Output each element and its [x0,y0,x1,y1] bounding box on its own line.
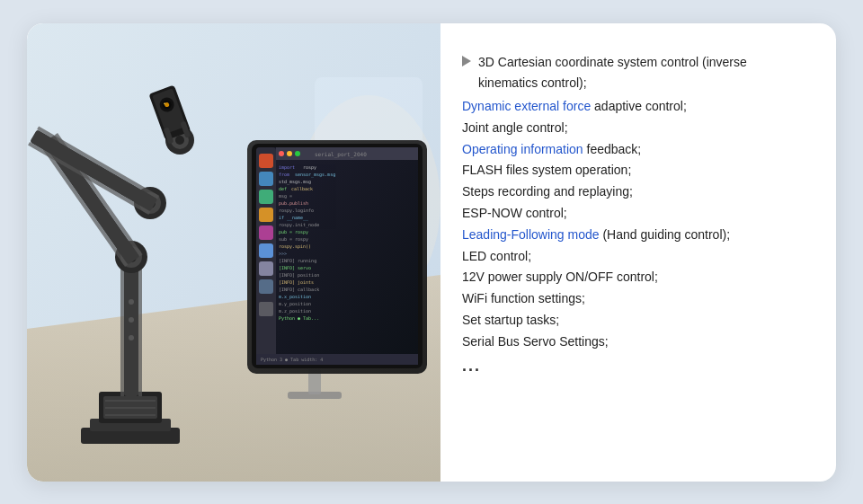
svg-text:std_msgs.msg: std_msgs.msg [279,179,311,185]
svg-point-87 [129,299,134,305]
svg-text:if __name__: if __name__ [279,215,309,221]
svg-text:m.x_position: m.x_position [279,294,311,300]
svg-rect-14 [259,172,273,186]
feature-text-operating: Operating information feedback; [462,142,641,156]
list-item: LED control; [462,246,807,268]
svg-point-88 [129,317,134,323]
svg-text:[INFO] running: [INFO] running [279,258,316,264]
svg-point-25 [295,151,300,156]
background-scene: serial_port_2040 import rospy from senso… [27,23,440,482]
highlight-leading-following-mode: Leading-Following mode [462,227,600,242]
svg-rect-63 [138,257,142,396]
svg-text:rospy.init_node: rospy.init_node [279,222,319,228]
svg-text:from: from [279,172,289,177]
list-item: FLASH files system operation; [462,160,807,181]
list-item: Steps recording and replaying; [462,181,807,203]
svg-rect-20 [259,279,273,294]
svg-text:serial_port_2040: serial_port_2040 [315,151,367,158]
list-item: Leading-Following mode (Hand guiding con… [462,225,807,246]
svg-text:rospy: rospy [303,164,316,171]
list-item: WiFi function settings; [462,288,807,310]
svg-text:def: def [279,186,287,191]
feature-text: Set startup tasks; [462,313,559,327]
svg-text:m.y_position: m.y_position [279,301,311,307]
feature-text-dynamic-force: Dynamic external force adaptive control; [462,99,687,113]
svg-rect-13 [259,154,273,168]
svg-text:pub = rospy: pub = rospy [279,229,308,235]
svg-rect-15 [259,190,273,204]
svg-text:m.z_position: m.z_position [279,308,311,314]
svg-text:Python 3 ● Tab width: 4: Python 3 ● Tab width: 4 [261,357,323,363]
svg-point-78 [175,136,184,145]
list-item: Joint angle control; [462,118,807,139]
svg-text:sensor_msgs.msg: sensor_msgs.msg [295,172,335,178]
svg-text:sub = rospy: sub = rospy [279,236,308,243]
svg-text:callback: callback [291,186,313,191]
list-item: 12V power supply ON/OFF control; [462,267,807,288]
list-item: Serial Bus Servo Settings; [462,332,807,353]
svg-text:pub.publish: pub.publish [279,200,308,207]
feature-text: Steps recording and replaying; [462,184,633,199]
svg-rect-18 [259,243,273,258]
triangle-icon [462,56,471,66]
svg-text:rospy.spin(): rospy.spin() [279,243,311,250]
svg-rect-19 [259,261,273,276]
svg-text:[INFO] joints: [INFO] joints [279,279,314,286]
svg-text:[INFO] position: [INFO] position [279,272,319,279]
image-section: serial_port_2040 import rospy from senso… [27,23,440,482]
svg-text:[INFO] callback: [INFO] callback [279,287,319,292]
content-section: 3D Cartesian coordinate system control (… [440,23,836,482]
feature-text: 3D Cartesian coordinate system control (… [478,52,807,95]
feature-text-feedback: feedback; [587,142,642,156]
svg-rect-16 [259,208,273,222]
feature-text: ESP-NOW control; [462,206,567,220]
feature-text-leading: Leading-Following mode (Hand guiding con… [462,227,730,242]
feature-text-hand-guiding: (Hand guiding control); [602,227,730,242]
highlight-operating-information: Operating information [462,142,583,156]
feature-text: 12V power supply ON/OFF control; [462,270,658,284]
main-card: serial_port_2040 import rospy from senso… [27,23,836,482]
svg-rect-62 [120,257,124,396]
svg-point-23 [279,151,284,156]
list-item: Dynamic external force adaptive control; [462,96,807,118]
svg-text:[INFO] servo: [INFO] servo [279,265,311,270]
svg-text:rospy.loginfo: rospy.loginfo [279,208,314,214]
svg-text:>>>: >>> [279,251,287,256]
svg-point-89 [129,335,134,340]
list-item: Operating information feedback; [462,139,807,161]
highlight-dynamic-external-force: Dynamic external force [462,99,591,113]
feature-text: LED control; [462,249,531,263]
svg-text:import: import [279,164,295,171]
features-list: 3D Cartesian coordinate system control (… [462,52,807,353]
svg-text:msg =: msg = [279,193,292,199]
list-item: Set startup tasks; [462,310,807,332]
list-item: ESP-NOW control; [462,203,807,225]
svg-point-24 [287,151,292,156]
svg-rect-17 [259,225,273,240]
svg-text:Python ● Tab...: Python ● Tab... [279,315,319,322]
svg-rect-61 [124,257,138,396]
feature-text: Joint angle control; [462,120,568,135]
feature-text: FLASH files system operation; [462,163,631,177]
feature-text-adaptive: adaptive control; [594,99,687,113]
list-item: 3D Cartesian coordinate system control (… [462,52,807,95]
ellipsis: ... [462,357,807,376]
feature-text: WiFi function settings; [462,291,585,305]
svg-rect-21 [259,302,273,316]
feature-text: Serial Bus Servo Settings; [462,334,609,349]
